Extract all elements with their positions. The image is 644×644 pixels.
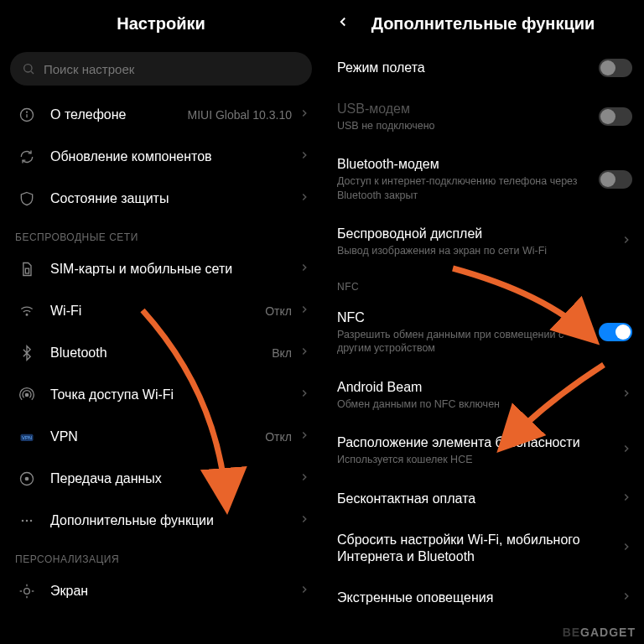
setting-row-wireless-3[interactable]: Точка доступа Wi-Fi (0, 374, 322, 416)
svg-point-6 (26, 314, 28, 315)
chevron-right-icon (299, 429, 310, 444)
bt-icon (15, 345, 39, 361)
chevron-left-icon (335, 14, 351, 29)
chevron-right-icon (299, 191, 310, 206)
row-label: NFC (337, 309, 599, 326)
svg-text:VPN: VPN (22, 435, 32, 440)
setting-row-wireless-2[interactable]: BluetoothВкл (0, 332, 322, 374)
setting-row-wireless-6[interactable]: Дополнительные функции (0, 500, 322, 542)
shield-icon (15, 190, 39, 207)
row-label: Bluetooth-модем (337, 156, 599, 173)
search-icon (22, 62, 35, 75)
detail-row-bottom-1[interactable]: Расположение элемента безопасностиИсполь… (322, 423, 644, 478)
section-personalization: ПЕРСОНАЛИЗАЦИЯ (0, 542, 322, 570)
wifi-icon (15, 303, 39, 319)
chevron-right-icon (621, 387, 632, 402)
svg-rect-5 (25, 268, 29, 273)
detail-row-bottom-4[interactable]: Экстренные оповещения (322, 577, 644, 619)
row-label: Передача данных (50, 470, 299, 487)
row-label: Бесконтактная оплата (337, 491, 621, 507)
row-label: VPN (50, 428, 265, 445)
chevron-right-icon (621, 541, 632, 556)
row-value: Вкл (272, 346, 292, 360)
detail-row-nfc-0[interactable]: NFCРазрешить обмен данными при совмещени… (322, 298, 644, 367)
settings-main-pane: Настройки Поиск настроек О телефонеMIUI … (0, 0, 322, 644)
setting-row-wireless-5[interactable]: Передача данных (0, 458, 322, 500)
svg-point-7 (25, 393, 28, 396)
svg-point-13 (26, 520, 29, 522)
chevron-right-icon (299, 107, 310, 122)
row-label: USB-модем (337, 101, 599, 117)
setting-row-wireless-4[interactable]: VPNVPNОткл (0, 416, 322, 458)
back-button[interactable] (335, 14, 351, 33)
svg-line-1 (31, 71, 34, 74)
row-value: MIUI Global 10.3.10 (187, 108, 292, 122)
data-icon (15, 470, 39, 487)
setting-row-pers-0[interactable]: Экран (0, 570, 322, 612)
row-label: Состояние защиты (50, 190, 299, 207)
display-icon (15, 583, 39, 600)
watermark: BEGADGET (563, 626, 636, 639)
refresh-icon (15, 148, 39, 165)
row-subtitle: Разрешить обмен данными при совмещении с… (337, 328, 599, 356)
more-icon (15, 512, 39, 529)
chevron-right-icon (621, 234, 632, 249)
detail-row-bottom-3[interactable]: Сбросить настройки Wi-Fi, мобильного Инт… (322, 520, 644, 577)
chevron-right-icon (299, 584, 310, 599)
section-nfc: NFC (322, 269, 644, 298)
right-title: Дополнительные функции (371, 14, 595, 34)
row-value: Откл (265, 304, 292, 318)
left-title: Настройки (117, 14, 205, 34)
row-subtitle: Используется кошелек HCE (337, 453, 621, 466)
setting-row-top-2[interactable]: Состояние защиты (0, 178, 322, 220)
chevron-right-icon (299, 471, 310, 486)
row-value: Откл (265, 430, 292, 444)
row-subtitle: Вывод изображения на экран по сети Wi-Fi (337, 244, 621, 257)
chevron-right-icon (299, 345, 310, 361)
row-label: О телефоне (50, 106, 187, 123)
row-label: Расположение элемента безопасности (337, 434, 621, 451)
toggle-switch[interactable] (599, 59, 632, 77)
row-label: Экран (50, 583, 299, 600)
row-label: Сбросить настройки Wi-Fi, мобильного Инт… (337, 532, 621, 565)
chevron-right-icon (299, 513, 310, 528)
row-label: Экстренные оповещения (337, 589, 621, 606)
chevron-right-icon (299, 304, 310, 319)
setting-row-wireless-1[interactable]: Wi-FiОткл (0, 290, 322, 332)
svg-point-4 (27, 112, 28, 112)
toggle-switch[interactable] (599, 107, 632, 126)
chevron-right-icon (621, 443, 632, 458)
chevron-right-icon (621, 590, 632, 605)
chevron-right-icon (621, 491, 632, 506)
info-icon (15, 106, 39, 123)
detail-row-top-0[interactable]: Режим полета (322, 47, 644, 89)
row-subtitle: Обмен данными по NFC включен (337, 397, 621, 411)
toggle-switch[interactable] (599, 323, 632, 341)
detail-row-bottom-0[interactable]: Android BeamОбмен данными по NFC включен (322, 367, 644, 423)
toggle-switch[interactable] (599, 170, 632, 189)
svg-point-12 (22, 520, 24, 522)
svg-point-11 (25, 477, 28, 480)
svg-point-14 (30, 520, 33, 522)
left-title-row: Настройки (0, 0, 322, 47)
vpn-icon: VPN (15, 428, 39, 445)
right-title-row: Дополнительные функции (322, 0, 644, 47)
row-label: Точка доступа Wi-Fi (50, 387, 299, 403)
detail-row-top-3[interactable]: Беспроводной дисплейВывод изображения на… (322, 214, 644, 269)
detail-row-top-2[interactable]: Bluetooth-модемДоступ к интернет-подключ… (322, 144, 644, 214)
setting-row-top-1[interactable]: Обновление компонентов (0, 136, 322, 178)
row-label: Bluetooth (50, 345, 272, 361)
detail-row-bottom-2[interactable]: Бесконтактная оплата (322, 478, 644, 520)
chevron-right-icon (299, 387, 310, 402)
row-subtitle: USB не подключено (337, 119, 599, 132)
search-placeholder: Поиск настроек (44, 62, 134, 76)
row-label: SIM-карты и мобильные сети (50, 261, 299, 278)
search-input[interactable]: Поиск настроек (10, 52, 312, 86)
row-label: Обновление компонентов (50, 148, 299, 165)
setting-row-top-0[interactable]: О телефонеMIUI Global 10.3.10 (0, 94, 322, 136)
svg-point-0 (24, 65, 32, 72)
chevron-right-icon (299, 262, 310, 277)
detail-row-top-1[interactable]: USB-модемUSB не подключено (322, 89, 644, 144)
row-label: Wi-Fi (50, 303, 265, 319)
setting-row-wireless-0[interactable]: SIM-карты и мобильные сети (0, 248, 322, 290)
